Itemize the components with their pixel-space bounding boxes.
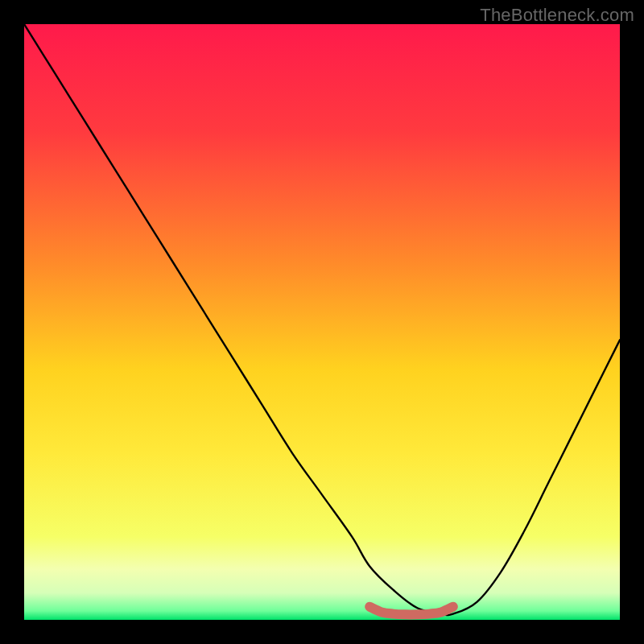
gradient-background <box>24 24 620 620</box>
watermark-text: TheBottleneck.com <box>480 5 634 26</box>
plot-area <box>24 24 620 620</box>
chart-svg <box>24 24 620 620</box>
chart-frame: TheBottleneck.com <box>0 0 644 644</box>
